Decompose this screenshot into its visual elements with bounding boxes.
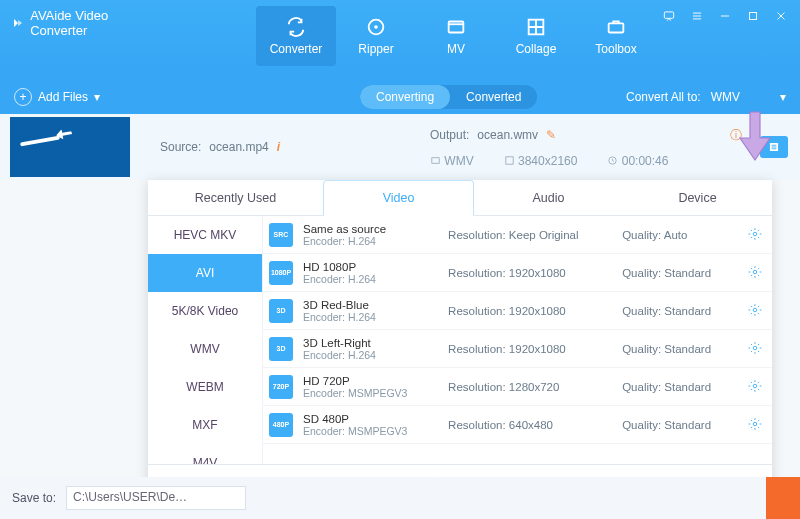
svg-rect-8 — [506, 156, 513, 163]
info-icon[interactable]: i — [277, 140, 280, 154]
nav-toolbox[interactable]: Toolbox — [576, 6, 656, 66]
category-avi[interactable]: AVI — [148, 254, 262, 292]
save-path-field[interactable]: C:\Users\USER\De… — [66, 486, 246, 510]
collage-icon — [525, 16, 547, 38]
category-mxf[interactable]: MXF — [148, 406, 262, 444]
svg-point-11 — [753, 232, 757, 236]
mv-icon — [445, 16, 467, 38]
category-m4v[interactable]: M4V — [148, 444, 262, 464]
tab-recently-used[interactable]: Recently Used — [148, 180, 323, 215]
tab-device[interactable]: Device — [623, 180, 772, 215]
format-row[interactable]: 480PSD 480PEncoder: MSMPEGV3Resolution: … — [263, 406, 772, 444]
svg-point-1 — [374, 25, 378, 29]
svg-rect-5 — [664, 12, 673, 18]
tab-converting[interactable]: Converting — [360, 85, 450, 109]
maximize-icon[interactable] — [740, 6, 766, 26]
format-row[interactable]: SRCSame as sourceEncoder: H.264Resolutio… — [263, 216, 772, 254]
svg-point-16 — [753, 422, 757, 426]
svg-point-15 — [753, 384, 757, 388]
format-badge-icon: 720P — [269, 375, 293, 399]
tab-audio[interactable]: Audio — [474, 180, 623, 215]
logo-icon — [12, 14, 24, 32]
svg-rect-6 — [750, 13, 757, 20]
converter-icon — [285, 16, 307, 38]
svg-rect-7 — [432, 157, 439, 163]
gear-icon[interactable] — [748, 303, 762, 319]
minimize-icon[interactable] — [712, 6, 738, 26]
save-to-label: Save to: — [12, 491, 56, 505]
add-files-button[interactable]: + Add Files ▾ — [14, 88, 100, 106]
source-filename: ocean.mp4 — [209, 140, 268, 154]
category-list: HEVC MKVAVI5K/8K VideoWMVWEBMMXFM4V — [148, 216, 263, 464]
format-row[interactable]: 1080PHD 1080PEncoder: H.264Resolution: 1… — [263, 254, 772, 292]
tutorial-arrow-icon — [738, 110, 772, 166]
nav-collage[interactable]: Collage — [496, 6, 576, 66]
close-icon[interactable] — [768, 6, 794, 26]
source-thumbnail[interactable] — [10, 117, 130, 177]
gear-icon[interactable] — [748, 265, 762, 281]
format-row[interactable]: 3D3D Left-RightEncoder: H.264Resolution:… — [263, 330, 772, 368]
convert-all-label: Convert All to: — [626, 90, 701, 104]
category-hevc-mkv[interactable]: HEVC MKV — [148, 216, 262, 254]
format-badge-icon: 1080P — [269, 261, 293, 285]
menu-icon[interactable] — [684, 6, 710, 26]
svg-rect-2 — [449, 22, 464, 33]
format-badge-icon: SRC — [269, 223, 293, 247]
svg-rect-4 — [609, 23, 624, 32]
format-panel: Recently Used Video Audio Device HEVC MK… — [148, 180, 772, 498]
gear-icon[interactable] — [748, 417, 762, 433]
tab-video[interactable]: Video — [323, 180, 474, 216]
format-badge-icon: 480P — [269, 413, 293, 437]
ripper-icon — [365, 16, 387, 38]
toolbox-icon — [605, 16, 627, 38]
tab-converted[interactable]: Converted — [450, 85, 537, 109]
gear-icon[interactable] — [748, 341, 762, 357]
category-webm[interactable]: WEBM — [148, 368, 262, 406]
edit-icon[interactable]: ✎ — [546, 128, 556, 142]
output-label: Output: — [430, 128, 469, 142]
format-row[interactable]: 720PHD 720PEncoder: MSMPEGV3Resolution: … — [263, 368, 772, 406]
app-brand: AVAide Video Converter — [0, 0, 136, 46]
gear-icon[interactable] — [748, 379, 762, 395]
plus-icon: + — [14, 88, 32, 106]
category-wmv[interactable]: WMV — [148, 330, 262, 368]
format-row[interactable]: 3D3D Red-BlueEncoder: H.264Resolution: 1… — [263, 292, 772, 330]
nav-ripper[interactable]: Ripper — [336, 6, 416, 66]
format-badge-icon: 3D — [269, 337, 293, 361]
format-badge-icon: 3D — [269, 299, 293, 323]
nav-converter[interactable]: Converter — [256, 6, 336, 66]
chevron-down-icon: ▾ — [780, 90, 786, 104]
svg-point-12 — [753, 270, 757, 274]
source-label: Source: — [160, 140, 201, 154]
format-list: SRCSame as sourceEncoder: H.264Resolutio… — [263, 216, 772, 464]
nav-mv[interactable]: MV — [416, 6, 496, 66]
app-title: AVAide Video Converter — [30, 8, 124, 38]
svg-point-13 — [753, 308, 757, 312]
status-tabs: Converting Converted — [360, 85, 537, 109]
output-filename: ocean.wmv — [477, 128, 538, 142]
chevron-down-icon: ▾ — [94, 90, 100, 104]
convert-button[interactable] — [766, 477, 800, 519]
feedback-icon[interactable] — [656, 6, 682, 26]
svg-point-14 — [753, 346, 757, 350]
convert-all-select[interactable]: WMV ▾ — [711, 90, 786, 104]
gear-icon[interactable] — [748, 227, 762, 243]
category-5k-8k-video[interactable]: 5K/8K Video — [148, 292, 262, 330]
